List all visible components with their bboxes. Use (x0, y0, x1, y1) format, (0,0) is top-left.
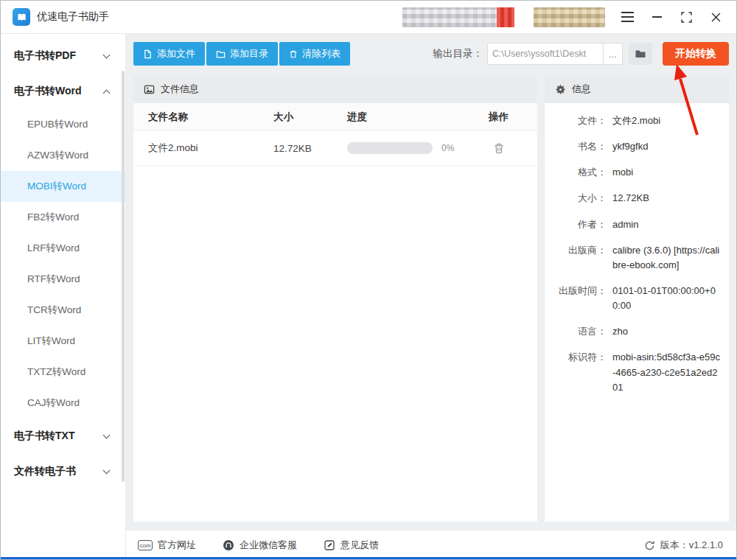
version-group: 版本：v1.2.1.0 (644, 539, 723, 552)
field-value: 0101-01-01T00:00:00+00:00 (612, 284, 720, 313)
field-label: 大小： (552, 191, 607, 206)
add-folder-button[interactable]: 添加目录 (206, 42, 278, 66)
sidebar-item-lit-to-word[interactable]: LIT转Word (1, 326, 125, 357)
sidebar-sub-label: TXTZ转Word (27, 365, 85, 379)
chevron-down-icon (103, 432, 111, 439)
sidebar-item-caj-to-word[interactable]: CAJ转Word (1, 388, 125, 419)
sidebar-item-epub-to-word[interactable]: EPUB转Word (1, 109, 125, 140)
wechat-support-link[interactable]: 企业微信客服 (223, 539, 297, 552)
sidebar-item-ebook-to-txt[interactable]: 电子书转TXT (1, 419, 125, 454)
sidebar-sub-label: CAJ转Word (27, 396, 80, 410)
feedback-link[interactable]: 意见反馈 (324, 539, 379, 552)
chevron-down-icon (103, 467, 111, 475)
feedback-icon (324, 539, 335, 551)
sidebar-item-fb2-to-word[interactable]: FB2转Word (1, 202, 125, 233)
info-field-file: 文件： 文件2.mobi (552, 113, 720, 128)
add-file-label: 添加文件 (157, 47, 195, 60)
col-header-progress: 进度 (347, 111, 460, 124)
col-header-size: 大小 (273, 111, 347, 124)
sidebar-item-ebook-to-pdf[interactable]: 电子书转PDF (1, 38, 125, 74)
field-value: 文件2.mobi (612, 113, 720, 128)
sidebar: 电子书转PDF 电子书转Word EPUB转Word AZW3转Word MOB… (1, 34, 126, 560)
refresh-icon[interactable] (644, 540, 655, 551)
wechat-support-label: 企业微信客服 (240, 539, 297, 552)
add-folder-label: 添加目录 (230, 47, 268, 60)
sidebar-sub-label: RTF转Word (27, 273, 80, 286)
info-field-book-title: 书名： ykf9gfkd (552, 139, 720, 154)
sidebar-item-lrf-to-word[interactable]: LRF转Word (1, 233, 125, 264)
field-label: 格式： (552, 165, 607, 180)
info-field-language: 语言： zho (552, 324, 720, 339)
info-field-identifier: 标识符： mobi-asin:5d58cf3a-e59c-4665-a230-c… (552, 350, 720, 394)
field-label: 出版时间： (552, 284, 607, 313)
window-controls (617, 7, 726, 27)
sidebar-sub-label: LRF转Word (27, 242, 80, 255)
sidebar-sub-label: TCR转Word (27, 304, 81, 317)
info-field-author: 作者： admin (552, 217, 720, 232)
titlebar: 优速电子书助手 (1, 1, 736, 34)
cell-filename: 文件2.mobi (148, 141, 273, 155)
clear-list-button[interactable]: 清除列表 (279, 42, 350, 66)
field-label: 标识符： (552, 350, 607, 394)
sidebar-item-mobi-to-word[interactable]: MOBI转Word (1, 171, 125, 202)
footer: com 官方网址 企业微信客服 意见反馈 版本：v1.2.1.0 (126, 531, 736, 560)
field-label: 文件： (552, 113, 607, 128)
official-website-link[interactable]: com 官方网址 (138, 539, 196, 552)
file-info-icon (144, 84, 155, 95)
sidebar-sub-label: AZW3转Word (27, 149, 88, 162)
field-label: 出版商： (552, 243, 607, 273)
redacted-banner-1 (402, 7, 497, 27)
folder-icon (216, 49, 226, 59)
field-value: 12.72KB (612, 191, 720, 206)
sidebar-item-tcr-to-word[interactable]: TCR转Word (1, 295, 125, 326)
open-folder-button[interactable] (629, 43, 652, 65)
maximize-button[interactable] (676, 7, 696, 27)
sidebar-item-file-to-ebook[interactable]: 文件转电子书 (1, 454, 125, 489)
sidebar-item-txtz-to-word[interactable]: TXTZ转Word (1, 357, 125, 388)
start-convert-button[interactable]: 开始转换 (663, 42, 729, 66)
sidebar-sub-label: LIT转Word (27, 335, 75, 348)
table-header: 文件名称 大小 进度 操作 (133, 103, 537, 131)
chevron-down-icon (103, 52, 111, 59)
sidebar-sub-label: FB2转Word (27, 211, 79, 224)
trash-icon (289, 49, 298, 59)
info-fields: 文件： 文件2.mobi 书名： ykf9gfkd 格式： mobi 大小： (545, 103, 729, 413)
version-label: 版本：v1.2.1.0 (660, 539, 723, 552)
output-dir-input[interactable] (487, 43, 604, 65)
app-logo-icon (13, 8, 30, 26)
minimize-button[interactable] (646, 7, 667, 27)
field-value: mobi-asin:5d58cf3a-e59c-4665-a230-c2e51a… (612, 350, 720, 394)
clear-list-label: 清除列表 (302, 47, 340, 60)
app-title: 优速电子书助手 (37, 10, 109, 24)
file-panel-title: 文件信息 (161, 83, 199, 96)
sidebar-sub-label: MOBI转Word (27, 180, 86, 193)
field-value: mobi (612, 165, 720, 180)
progress-percent: 0% (441, 143, 454, 153)
browse-more-button[interactable]: ... (604, 43, 623, 65)
com-icon: com (138, 540, 153, 550)
col-header-action: 操作 (460, 111, 537, 124)
sidebar-item-ebook-to-word[interactable]: 电子书转Word (1, 74, 125, 109)
sidebar-sub-label: EPUB转Word (27, 118, 88, 131)
progress-bar (347, 142, 433, 154)
file-icon (143, 49, 153, 59)
cell-progress: 0% (347, 142, 460, 154)
sidebar-label: 文件转电子书 (14, 465, 76, 478)
delete-row-button[interactable] (493, 142, 505, 155)
add-file-button[interactable]: 添加文件 (133, 42, 205, 66)
output-dir-label: 输出目录： (433, 47, 483, 60)
sidebar-label: 电子书转Word (14, 85, 82, 98)
info-field-format: 格式： mobi (552, 165, 720, 180)
sidebar-item-rtf-to-word[interactable]: RTF转Word (1, 264, 125, 295)
cell-size: 12.72KB (273, 143, 347, 154)
sidebar-item-azw3-to-word[interactable]: AZW3转Word (1, 140, 125, 171)
headset-icon (223, 539, 234, 551)
field-label: 作者： (552, 217, 607, 232)
sidebar-scrollbar[interactable] (122, 71, 125, 482)
redacted-banner-2 (534, 7, 605, 27)
output-dir-group: 输出目录： ... 开始转换 (433, 42, 730, 66)
menu-hamburger-icon[interactable] (617, 7, 638, 27)
file-list-panel: 文件信息 文件名称 大小 进度 操作 文件2.mobi 12.72KB 0% (133, 75, 537, 522)
info-field-size: 大小： 12.72KB (552, 191, 720, 206)
close-button[interactable] (705, 7, 726, 27)
